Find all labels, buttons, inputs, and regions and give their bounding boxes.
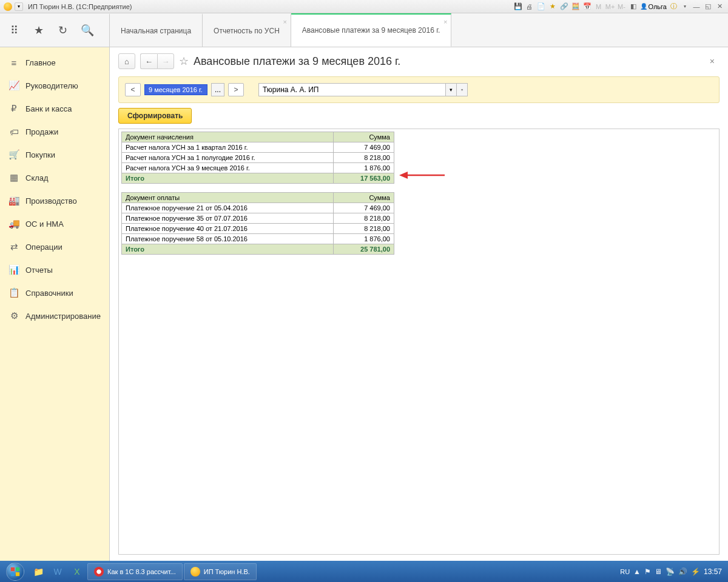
period-prev-button[interactable]: < [125,83,141,96]
sidebar-item-label: Главное [25,58,56,67]
sidebar-item-catalogs[interactable]: 📋Справочники [0,281,109,304]
sidebar-item-production[interactable]: 🏭Производство [0,189,109,212]
favorites-icon[interactable]: ★ [27,13,51,47]
start-button[interactable] [2,562,28,581]
panels-icon[interactable]: ◧ [629,2,638,12]
tray-network-icon[interactable]: 📡 [666,567,675,576]
close-window-icon[interactable]: ✕ [715,2,724,12]
search-icon[interactable]: 🔍 [75,13,99,47]
home-button[interactable]: ⌂ [118,53,135,69]
titlebar-dropdown[interactable]: ▾ [15,2,23,11]
app-icon [4,2,12,11]
close-page-icon[interactable]: × [705,54,720,69]
lang-indicator[interactable]: RU [620,568,630,575]
tray-flag-icon[interactable]: ⚑ [644,567,651,576]
sidebar-item-label: Продажи [25,127,58,136]
save-icon[interactable]: 💾 [513,2,523,12]
sidebar-item-label: Банк и касса [25,104,72,113]
clock[interactable]: 13:57 [704,567,722,576]
taskbar-1c-task[interactable]: ИП Тюрин Н.В. [184,563,257,580]
svg-rect-4 [11,572,15,575]
history-icon[interactable]: ↻ [51,13,75,47]
maximize-icon[interactable]: ◱ [703,2,713,12]
accruals-table: Документ начисленияСумма Расчет налога У… [121,132,394,184]
org-dropdown-button[interactable]: ▾ [446,83,457,96]
org-open-button[interactable]: ▫ [457,83,468,96]
toolbar-row: ⠿ ★ ↻ 🔍 Начальная страница Отчетность по… [0,13,728,47]
sidebar-item-sales[interactable]: 🏷Продажи [0,120,109,143]
col-header-doc: Документ оплаты [122,193,334,203]
sidebar-item-bank[interactable]: ₽Банк и касса [0,97,109,120]
sidebar-item-main[interactable]: ≡Главное [0,51,109,74]
report-body: Документ начисленияСумма Расчет налога У… [118,129,720,555]
taskbar-opera-task[interactable]: Как в 1С 8.3 рассчит... [87,563,183,580]
tab-close-icon[interactable]: × [443,18,447,25]
svg-marker-1 [399,172,408,179]
sidebar-item-purchases[interactable]: 🛒Покупки [0,143,109,166]
sidebar-item-label: Отчеты [25,266,53,275]
table-row[interactable]: Расчет налога УСН за 1 квартал 2016 г.7 … [122,142,394,153]
user-name: Ольга [649,3,667,10]
gear-icon: ⚙ [8,310,19,321]
sidebar-item-warehouse[interactable]: ▦Склад [0,166,109,189]
arrow-annotation-icon [399,170,448,181]
tray-monitor-icon[interactable]: 🖥 [655,567,662,576]
user-indicator[interactable]: 👤 Ольга [640,3,667,10]
table-row[interactable]: Платежное поручение 21 от 05.04.20167 46… [122,203,394,213]
back-button[interactable]: ← [140,53,157,69]
tray-up-icon[interactable]: ▲ [633,567,641,576]
sidebar-item-reports[interactable]: 📊Отчеты [0,258,109,281]
favorite-star-icon[interactable]: ☆ [179,55,189,68]
system-tray: RU ▲ ⚑ 🖥 📡 🔊 ⚡ 13:57 [620,567,726,576]
tray-volume-icon[interactable]: 🔊 [678,567,687,576]
forward-button[interactable]: → [157,53,174,69]
period-input[interactable] [144,84,207,95]
apps-grid-icon[interactable]: ⠿ [2,13,27,47]
tab-usn-reporting[interactable]: Отчетность по УСН× [203,13,291,47]
tab-advance-payments[interactable]: Авансовые платежи за 9 месяцев 2016 г.× [291,13,452,47]
info-icon[interactable]: ⓘ [669,2,678,12]
factory-icon: 🏭 [8,195,19,206]
sidebar-item-manager[interactable]: 📈Руководителю [0,74,109,97]
period-select-button[interactable]: ... [211,83,224,96]
svg-rect-3 [16,567,19,570]
menu-icon: ≡ [8,57,19,68]
content-area: ⌂ ← → ☆ Авансовые платежи за 9 месяцев 2… [109,47,728,561]
star-icon[interactable]: ★ [548,2,558,12]
exchange-icon: ⇄ [8,241,19,252]
sidebar-item-assets[interactable]: 🚚ОС и НМА [0,212,109,235]
onec-icon [190,567,200,577]
period-next-button[interactable]: > [228,83,244,96]
minimize-icon[interactable]: — [692,2,701,12]
calendar-icon[interactable]: 📅 [582,2,592,12]
task-label: ИП Тюрин Н.В. [204,568,250,575]
print-icon[interactable]: 🖨 [525,2,534,12]
generate-button[interactable]: Сформировать [118,108,192,124]
table-row[interactable]: Расчет налога УСН за 9 месяцев 2016 г.1 … [122,163,394,173]
pinned-excel-icon[interactable]: X [68,563,86,581]
sidebar-item-label: Производство [25,196,77,206]
table-row[interactable]: Платежное поручение 35 от 07.07.20168 21… [122,213,394,224]
tab-close-icon[interactable]: × [283,18,286,25]
tab-start-page[interactable]: Начальная страница [109,13,203,47]
organization-input[interactable] [258,83,446,96]
links-icon[interactable]: 🔗 [559,2,569,12]
table-row[interactable]: Платежное поручение 58 от 05.10.20161 87… [122,234,394,244]
sidebar-item-admin[interactable]: ⚙Администрирование [0,304,109,327]
table-row[interactable]: Расчет налога УСН за 1 полугодие 2016 г.… [122,153,394,163]
sidebar-item-operations[interactable]: ⇄Операции [0,235,109,258]
ruble-icon: ₽ [8,103,19,114]
table-row[interactable]: Платежное поручение 40 от 21.07.20168 21… [122,224,394,234]
info-dropdown[interactable]: ▾ [680,2,690,12]
pinned-explorer-icon[interactable]: 📁 [29,563,47,581]
cart-icon: 🛒 [8,149,19,160]
col-header-sum: Сумма [334,132,394,142]
sidebar-item-label: Администрирование [25,312,101,321]
clipboard-icon: 📋 [8,287,19,298]
doc-icon[interactable]: 📄 [536,2,546,12]
tray-battery-icon[interactable]: ⚡ [691,567,700,576]
window-title: ИП Тюрин Н.В. (1С:Предприятие) [28,3,132,10]
grid-icon: ▦ [8,172,19,183]
calc-icon[interactable]: 🧮 [571,2,581,12]
pinned-word-icon[interactable]: W [49,563,67,581]
